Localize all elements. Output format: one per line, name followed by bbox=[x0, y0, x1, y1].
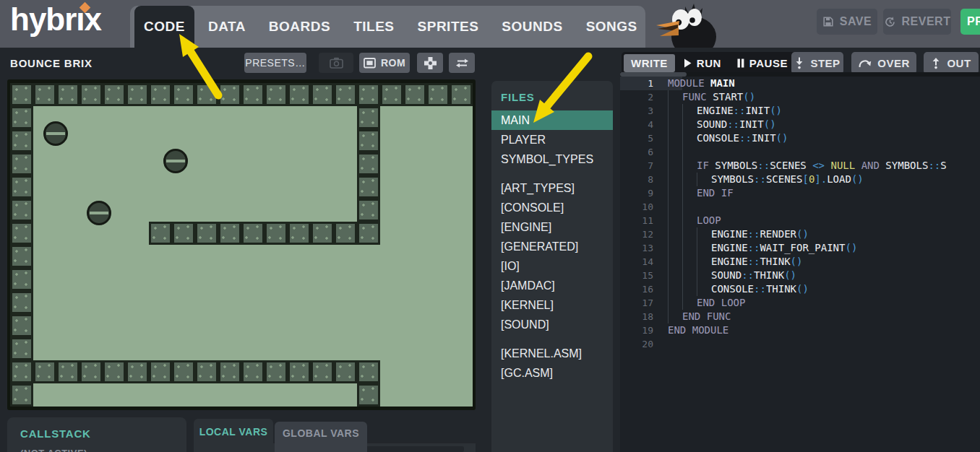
save-button[interactable]: SAVE bbox=[817, 9, 877, 35]
code-line-15[interactable]: 15SOUND::THINK() bbox=[620, 269, 980, 282]
wall-tile bbox=[33, 83, 56, 106]
run-button[interactable]: RUN bbox=[676, 54, 728, 72]
swap-arrows-icon bbox=[455, 58, 469, 68]
code-line-3[interactable]: 3ENGINE::INIT() bbox=[620, 104, 980, 118]
screenshot-button[interactable] bbox=[319, 53, 353, 73]
line-number: 15 bbox=[620, 269, 668, 282]
code-line-2[interactable]: 2FUNC START() bbox=[620, 90, 980, 104]
presets-button[interactable]: PRESETS… bbox=[244, 53, 306, 73]
pause-button[interactable]: PAUSE bbox=[730, 54, 795, 72]
code-line-13[interactable]: 13ENGINE::WAIT_FOR_PAINT() bbox=[620, 241, 980, 255]
file-item-jamdac[interactable]: [JAMDAC] bbox=[491, 276, 613, 295]
run-controls: WRITE RUN PAUSE bbox=[622, 52, 797, 74]
wall-tile bbox=[426, 83, 450, 106]
wall-tile bbox=[10, 106, 33, 129]
wall-tile bbox=[10, 314, 33, 337]
file-item-sound[interactable]: [SOUND] bbox=[491, 315, 613, 334]
wall-tile bbox=[265, 360, 288, 383]
code-line-1[interactable]: 1MODULE MAIN bbox=[620, 77, 980, 90]
presets-label: PRESETS… bbox=[245, 57, 305, 69]
wall-tile bbox=[241, 222, 265, 245]
tab-local-vars[interactable]: LOCAL VARS bbox=[194, 419, 273, 452]
rom-button[interactable]: ROM bbox=[359, 53, 410, 73]
wall-tile bbox=[357, 360, 380, 383]
write-button[interactable]: WRITE bbox=[624, 54, 675, 72]
code-line-4[interactable]: 4SOUND::INIT() bbox=[620, 118, 980, 131]
wall-tile bbox=[265, 222, 288, 245]
wall-tile bbox=[288, 222, 311, 245]
code-line-6[interactable]: 6 bbox=[620, 145, 980, 159]
tab-sprites[interactable]: SPRITES bbox=[408, 6, 489, 48]
tab-global-vars[interactable]: GLOBAL VARS bbox=[275, 422, 367, 452]
callstack-status: (NOT ACTIVE) bbox=[20, 448, 87, 452]
line-number: 2 bbox=[620, 90, 668, 104]
revert-button[interactable]: REVERT bbox=[883, 9, 951, 35]
code-line-8[interactable]: 8SYMBOLS::SCENES[0].LOAD() bbox=[620, 173, 980, 186]
line-number: 8 bbox=[620, 173, 668, 186]
code-line-10[interactable]: 10 bbox=[620, 200, 980, 214]
save-label: SAVE bbox=[840, 15, 872, 28]
tab-tiles[interactable]: TILES bbox=[344, 6, 403, 48]
files-list: MAINPLAYERSYMBOL_TYPES[ART_TYPES][CONSOL… bbox=[491, 110, 613, 383]
code-lines[interactable]: 1MODULE MAIN2FUNC START()3ENGINE::INIT()… bbox=[620, 77, 980, 452]
code-line-18[interactable]: 18END FUNC bbox=[620, 310, 980, 323]
file-item-art_types[interactable]: [ART_TYPES] bbox=[491, 178, 613, 198]
file-item-main[interactable]: MAIN bbox=[491, 110, 613, 130]
file-item-gcasm[interactable]: [GC.ASM] bbox=[491, 363, 613, 383]
wall-tile bbox=[79, 360, 103, 383]
camera-icon bbox=[330, 57, 343, 69]
wall-tile bbox=[10, 83, 33, 106]
file-item-symbol_types[interactable]: SYMBOL_TYPES bbox=[491, 149, 613, 169]
out-label: OUT bbox=[947, 57, 971, 69]
present-button[interactable]: PR bbox=[960, 9, 980, 35]
code-line-5[interactable]: 5CONSOLE::INIT() bbox=[620, 131, 980, 145]
code-line-17[interactable]: 17END LOOP bbox=[620, 296, 980, 310]
play-icon bbox=[684, 58, 692, 68]
line-number: 20 bbox=[620, 337, 668, 351]
step-button[interactable]: STEP bbox=[791, 52, 843, 74]
wall-tile bbox=[10, 245, 33, 268]
write-label: WRITE bbox=[631, 57, 668, 69]
wall-tile bbox=[450, 83, 473, 106]
crow-mascot-image bbox=[653, 2, 726, 48]
tab-code[interactable]: CODE bbox=[134, 6, 194, 48]
file-item-kernel[interactable]: [KERNEL] bbox=[491, 295, 613, 315]
rom-chip-icon bbox=[364, 58, 376, 69]
tab-songs[interactable]: SONGS bbox=[577, 6, 647, 48]
code-line-20[interactable]: 20 bbox=[620, 337, 980, 351]
code-line-9[interactable]: 9END IF bbox=[620, 186, 980, 200]
wall-tile bbox=[380, 83, 403, 106]
code-editor-panel: WRITE RUN PAUSE STEP OVER bbox=[620, 48, 980, 452]
code-line-7[interactable]: 7IF SYMBOLS::SCENES <> NULL AND SYMBOLS:… bbox=[620, 159, 980, 173]
code-line-14[interactable]: 14ENGINE::THINK() bbox=[620, 255, 980, 269]
out-button[interactable]: OUT bbox=[924, 52, 979, 74]
ball-sprite bbox=[87, 201, 111, 225]
gamepad-button[interactable] bbox=[417, 53, 443, 73]
wall-tile bbox=[172, 360, 195, 383]
code-line-11[interactable]: 11LOOP bbox=[620, 214, 980, 227]
code-line-16[interactable]: 16CONSOLE::THINK() bbox=[620, 282, 980, 296]
wall-tile bbox=[288, 83, 311, 106]
file-item-io[interactable]: [IO] bbox=[491, 256, 613, 276]
code-line-19[interactable]: 19END MODULE bbox=[620, 323, 980, 337]
game-preview-canvas[interactable] bbox=[7, 79, 476, 410]
line-number: 19 bbox=[620, 323, 668, 337]
file-item-generated[interactable]: [GENERATED] bbox=[491, 237, 613, 256]
file-item-kernelasm[interactable]: [KERNEL.ASM] bbox=[491, 344, 613, 363]
over-button[interactable]: OVER bbox=[851, 52, 916, 74]
tab-data[interactable]: DATA bbox=[199, 6, 255, 48]
tab-boards[interactable]: BOARDS bbox=[259, 6, 340, 48]
file-item-player[interactable]: PLAYER bbox=[491, 130, 613, 149]
wall-tile bbox=[126, 83, 149, 106]
file-item-console[interactable]: [CONSOLE] bbox=[491, 198, 613, 217]
tab-sounds[interactable]: SOUNDS bbox=[492, 6, 572, 48]
project-title: BOUNCE BRIX bbox=[10, 57, 93, 69]
wall-tile bbox=[265, 83, 288, 106]
wall-tile bbox=[357, 129, 380, 152]
ball-sprite bbox=[43, 121, 68, 146]
line-number: 9 bbox=[620, 186, 668, 200]
swap-button[interactable] bbox=[449, 53, 475, 73]
wall-tile bbox=[357, 83, 380, 106]
code-line-12[interactable]: 12ENGINE::RENDER() bbox=[620, 227, 980, 241]
file-item-engine[interactable]: [ENGINE] bbox=[491, 217, 613, 237]
